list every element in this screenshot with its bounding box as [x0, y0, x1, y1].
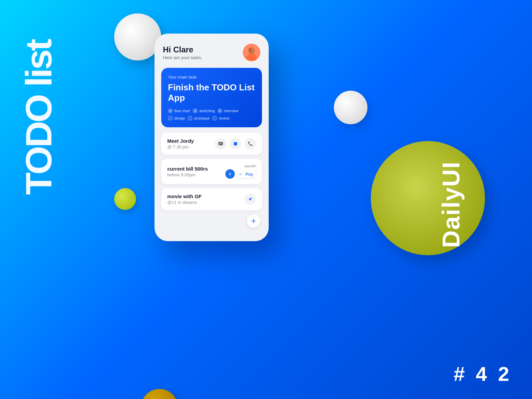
main-task-card: Your main task Finish the TODO List App … — [161, 68, 262, 127]
greeting-name: Hi Clare — [163, 45, 202, 54]
task-actions-meet-jordy — [215, 138, 256, 149]
task-text-movie: movie with GF @11 in dreams — [167, 193, 202, 205]
payment-section: paywith G G Pay — [225, 164, 256, 179]
tag-dot-design — [168, 116, 173, 121]
task-subtitle-movie: @11 in dreams — [167, 200, 202, 205]
tag-label-review: review — [219, 116, 229, 120]
svg-rect-6 — [219, 143, 222, 143]
task-text-meet-jordy: Meet Jordy @ 7.30 pm — [167, 138, 194, 149]
tag-sketching: ✓ sketching — [193, 108, 215, 113]
tag-label-sketching: sketching — [199, 109, 215, 113]
main-task-title: Finish the TODO List App — [168, 82, 255, 103]
gpay-label: Pay — [246, 172, 253, 177]
task-title-movie: movie with GF — [167, 193, 202, 199]
tag-review: review — [212, 116, 229, 121]
tag-dot-flow-chart: ✓ — [168, 108, 173, 113]
task-title-meet-jordy: Meet Jordy — [167, 138, 194, 144]
greeting-block: Hi Clare Here are your tasks, — [163, 45, 202, 60]
task-subtitle-meet-jordy: @ 7.30 pm — [167, 144, 194, 149]
phone-button[interactable] — [245, 138, 256, 149]
task-subtitle-bill: before 8.00pm — [167, 172, 208, 177]
task-item-bill: current bill 500rs before 8.00pm paywith… — [161, 159, 262, 184]
greeting-subtitle: Here are your tasks, — [163, 55, 202, 60]
tag-dot-review — [212, 116, 217, 121]
add-icon: + — [251, 216, 256, 226]
tag-label-prototype: prototype — [194, 116, 210, 120]
svg-point-4 — [249, 47, 252, 52]
tag-dot-interview: ✓ — [218, 108, 222, 113]
decorative-circle-yellow-large — [141, 389, 178, 399]
tag-label-flow-chart: flow chart — [174, 109, 190, 113]
chat-button[interactable] — [215, 138, 226, 149]
hashtag-number: # 4 2 — [454, 362, 512, 386]
task-title-bill: current bill 500rs — [167, 166, 208, 172]
phone-header: Hi Clare Here are your tasks, — [161, 44, 262, 61]
tag-label-interview: interview — [224, 109, 238, 113]
main-task-label: Your main task — [168, 75, 255, 80]
tag-prototype: prototype — [188, 116, 210, 121]
add-task-button[interactable]: + — [247, 214, 260, 228]
task-tags: ✓ flow chart ✓ sketching ✓ interview des… — [168, 108, 255, 121]
navigate-button-jordy[interactable] — [230, 138, 241, 149]
todo-list-title: TODO list — [20, 40, 57, 195]
add-button-container: + — [161, 214, 262, 228]
svg-text:G: G — [239, 173, 241, 176]
decorative-circle-yellow-small — [114, 188, 136, 210]
pay-icons: G G Pay — [225, 169, 256, 179]
task-actions-movie — [245, 193, 256, 205]
navigate-button-movie[interactable] — [245, 193, 256, 205]
gpay-button[interactable]: G Pay — [237, 170, 256, 178]
svg-rect-7 — [219, 144, 221, 144]
task-text-bill: current bill 500rs before 8.00pm — [167, 166, 208, 177]
tag-dot-sketching: ✓ — [193, 108, 197, 113]
pay-with-label: paywith — [245, 164, 256, 168]
dailyui-label: DailyUI — [437, 161, 465, 248]
tag-label-design: design — [174, 116, 185, 120]
decorative-circle-white-right — [334, 91, 367, 124]
decorative-circle-white-top — [114, 13, 161, 60]
tag-dot-prototype — [188, 116, 192, 121]
gpay-circle-icon[interactable]: G — [225, 169, 235, 179]
tag-design: design — [168, 116, 185, 121]
task-item-meet-jordy: Meet Jordy @ 7.30 pm — [161, 133, 262, 155]
gpay-circle-text: G — [229, 172, 231, 176]
tag-interview: ✓ interview — [218, 108, 238, 113]
decorative-circle-olive-large — [371, 141, 485, 255]
phone-mockup: Hi Clare Here are your tasks, Your main … — [154, 34, 269, 241]
avatar[interactable] — [243, 44, 260, 61]
tag-flow-chart: ✓ flow chart — [168, 108, 190, 113]
task-item-movie: movie with GF @11 in dreams — [161, 188, 262, 210]
